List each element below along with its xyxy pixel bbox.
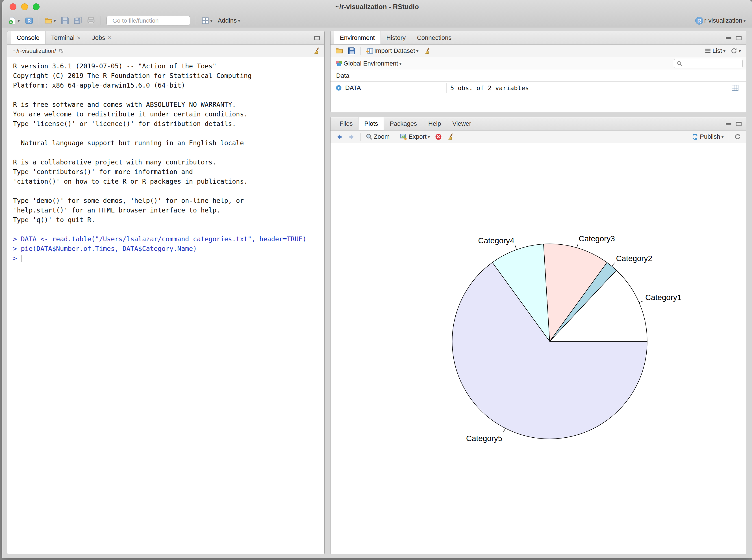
minimize-pane-icon[interactable] <box>726 37 731 39</box>
environment-pane-buttons <box>726 32 746 44</box>
expand-object-icon[interactable] <box>336 85 342 91</box>
export-image-icon <box>400 133 407 140</box>
previous-plot-button[interactable] <box>334 132 345 142</box>
main-toolbar: ▾ R ▾ <box>2 14 752 28</box>
console-working-directory: ~/r-visualization/ <box>13 47 56 54</box>
clear-all-plots-button[interactable] <box>445 132 456 142</box>
environment-object-row[interactable]: DATA 5 obs. of 2 variables <box>330 82 746 94</box>
svg-text:R: R <box>27 19 31 23</box>
project-name-label: r-visualization <box>704 17 743 24</box>
new-document-icon <box>8 17 16 25</box>
import-dataset-label: Import Dataset <box>374 47 415 55</box>
tab-jobs[interactable]: Jobs × <box>86 32 117 44</box>
open-directory-icon[interactable] <box>59 48 64 54</box>
tab-terminal[interactable]: Terminal × <box>45 32 86 44</box>
environment-search-input[interactable] <box>685 60 739 67</box>
tab-label: Terminal <box>51 34 75 42</box>
goto-file-input[interactable] <box>112 17 189 24</box>
caret-down-icon: ▾ <box>428 135 430 139</box>
toolbar-separator <box>196 16 196 25</box>
view-table-icon[interactable] <box>731 84 739 91</box>
console-output[interactable]: R version 3.6.1 (2019-07-05) -- "Action … <box>7 57 324 554</box>
maximize-pane-icon[interactable] <box>736 36 741 40</box>
publish-plot-button[interactable]: Publish ▾ <box>690 132 726 142</box>
tab-label: Plots <box>364 120 378 127</box>
environment-panel: Environment History Connections <box>330 31 746 112</box>
save-all-button[interactable] <box>72 16 84 26</box>
save-button[interactable] <box>59 16 70 26</box>
console-panel: Console Terminal × Jobs × ~/r-visu <box>7 31 325 554</box>
list-view-button[interactable]: List ▾ <box>703 46 727 56</box>
caret-down-icon: ▾ <box>238 18 240 23</box>
console-line: R is a collaborative project with many c… <box>13 157 324 167</box>
remove-plot-icon <box>435 133 442 140</box>
next-plot-button[interactable] <box>346 132 357 142</box>
tab-label: Viewer <box>452 120 471 127</box>
console-line: R version 3.6.1 (2019-07-05) -- "Action … <box>13 61 324 71</box>
global-environment-icon <box>336 60 342 67</box>
maximize-pane-icon[interactable] <box>314 36 320 40</box>
refresh-environment-button[interactable]: ▾ <box>729 46 743 55</box>
project-icon: R <box>25 17 33 25</box>
zoom-plot-button[interactable]: Zoom <box>364 132 391 142</box>
export-label: Export <box>408 133 427 140</box>
new-project-button[interactable]: R <box>23 16 35 26</box>
environment-scope-label: Global Environment <box>344 60 398 67</box>
save-workspace-button[interactable] <box>346 46 357 56</box>
pie-label: Category4 <box>478 236 514 245</box>
new-file-button[interactable]: ▾ <box>7 16 22 26</box>
clear-environment-button[interactable] <box>422 46 433 56</box>
close-icon[interactable]: × <box>77 35 81 41</box>
remove-plot-button[interactable] <box>433 132 444 141</box>
tab-help[interactable]: Help <box>423 117 447 130</box>
panes-grid-icon <box>202 17 209 24</box>
title-bar[interactable]: ~/r-visualization - RStudio <box>2 0 752 14</box>
console-line: Type 'demo()' for some demos, 'help()' f… <box>13 196 324 205</box>
refresh-plot-button[interactable] <box>732 132 743 141</box>
console-path-row: ~/r-visualization/ <box>7 45 324 57</box>
tab-plots[interactable]: Plots <box>358 117 384 130</box>
tab-console[interactable]: Console <box>11 32 45 44</box>
tab-label: Help <box>428 120 441 127</box>
maximize-pane-icon[interactable] <box>736 122 741 126</box>
import-dataset-button[interactable]: Import Dataset ▾ <box>364 46 420 56</box>
console-line: Type 'contributors()' for more informati… <box>13 167 324 177</box>
pie-label: Category2 <box>616 254 652 263</box>
pie-label-leader <box>577 243 578 248</box>
tab-viewer[interactable]: Viewer <box>447 117 477 130</box>
workspace-panes-button[interactable]: ▾ <box>200 16 215 25</box>
console-line: Natural language support but running in … <box>13 138 324 148</box>
tab-label: Environment <box>340 34 375 42</box>
load-workspace-button[interactable] <box>334 46 345 56</box>
clear-console-broom-icon[interactable] <box>313 47 320 55</box>
tab-history[interactable]: History <box>381 32 411 44</box>
environment-search-box[interactable] <box>674 59 743 68</box>
console-line: Type 'q()' to quit R. <box>13 215 324 225</box>
pie-label-leader <box>503 428 505 432</box>
close-icon[interactable]: × <box>108 35 111 41</box>
forward-arrow-icon <box>348 133 355 140</box>
open-folder-icon <box>336 47 343 55</box>
environment-section-header: Data <box>330 70 746 82</box>
search-icon <box>677 61 683 66</box>
refresh-icon <box>734 133 741 140</box>
rstudio-window: ~/r-visualization - RStudio ▾ R ▾ <box>2 0 752 558</box>
goto-file-box[interactable] <box>106 16 190 25</box>
r-project-logo-icon: R <box>695 17 703 25</box>
print-button[interactable] <box>85 16 97 26</box>
open-file-button[interactable]: ▾ <box>43 16 58 26</box>
tab-packages[interactable]: Packages <box>384 117 423 130</box>
save-all-icon <box>74 17 82 25</box>
workspace: Console Terminal × Jobs × ~/r-visu <box>2 28 752 558</box>
project-menu[interactable]: R r-visualization ▾ <box>693 16 748 26</box>
tab-files[interactable]: Files <box>334 117 358 130</box>
minimize-pane-icon[interactable] <box>726 123 731 125</box>
console-line: Copyright (C) 2019 The R Foundation for … <box>13 71 324 81</box>
tab-environment[interactable]: Environment <box>334 32 381 44</box>
console-prompt-line[interactable]: > <box>13 254 324 263</box>
tab-connections[interactable]: Connections <box>411 32 457 44</box>
caret-down-icon: ▾ <box>399 61 402 66</box>
environment-scope-menu[interactable]: Global Environment ▾ <box>334 59 403 68</box>
addins-menu[interactable]: Addins ▾ <box>216 16 242 25</box>
export-plot-button[interactable]: Export ▾ <box>398 132 432 142</box>
